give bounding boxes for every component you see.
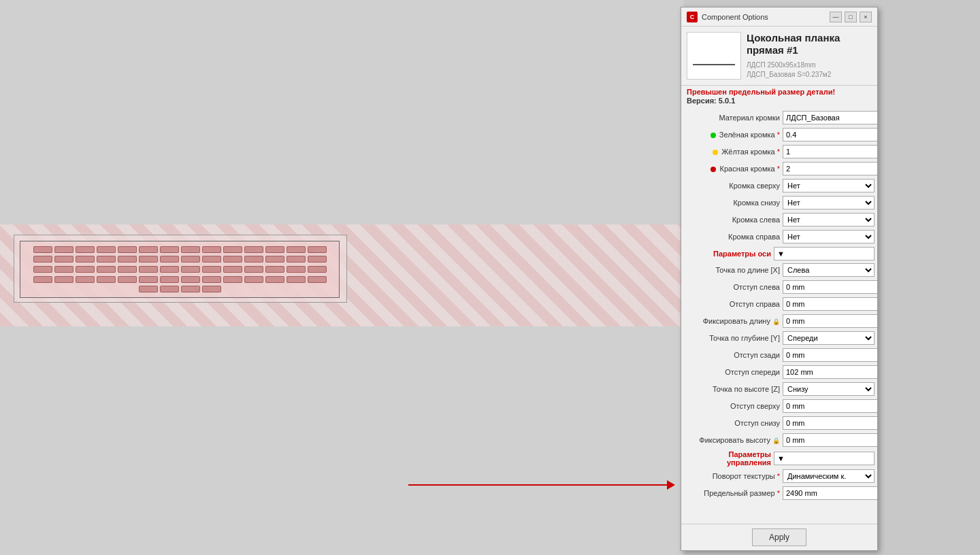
warning-text: Превышен предельный размер детали!: [681, 86, 877, 96]
vent-slot: [160, 276, 179, 283]
vent-slot: [181, 276, 200, 283]
form-scroll[interactable]: Материал кромки Зелёная кромка * Жёлтая …: [681, 107, 877, 524]
vent-slot: [54, 256, 74, 263]
otstup-sleva-label: Отступ слева: [684, 283, 783, 291]
vent-slot: [244, 266, 263, 273]
component-name: Цокольная планка прямая #1: [747, 32, 872, 56]
povorot-tekstury-select[interactable]: Динамическим к. 0° 90° 180° 270°: [783, 469, 875, 483]
tochka-dlina-select[interactable]: Слева Справа По центру: [783, 263, 875, 277]
material-kromki-input[interactable]: [783, 111, 877, 124]
fix-dlinu-input[interactable]: [783, 314, 877, 328]
tochka-vysote-select[interactable]: Снизу Сверху По центру: [783, 382, 875, 396]
kromka-sverhu-label: Кромка сверху: [684, 182, 783, 190]
tochka-glubine-row: Точка по глубине [Y] Спереди Сзади По це…: [684, 331, 875, 346]
tochka-vysote-label: Точка по высоте [Z]: [684, 385, 783, 393]
params-osi-label: Параметры оси: [684, 250, 774, 258]
povorot-tekstury-label: Поворот текстуры *: [684, 472, 783, 480]
otstup-szadi-label: Отступ сзади: [684, 351, 783, 359]
vent-slot: [118, 266, 137, 273]
arrow-head: [667, 480, 675, 490]
yellow-kromka-input[interactable]: [783, 145, 877, 158]
vent-slot: [33, 276, 52, 283]
close-button[interactable]: ×: [860, 12, 872, 22]
form-content: Материал кромки Зелёная кромка * Жёлтая …: [681, 107, 877, 505]
vent-slot: [202, 266, 221, 273]
vent-slot: [223, 256, 242, 263]
vent-slot: [308, 246, 327, 253]
green-kromka-input[interactable]: [783, 128, 877, 141]
yellow-kromka-row: Жёлтая кромка *: [684, 144, 875, 159]
vent-slot: [76, 256, 95, 263]
vent-slot: [139, 266, 158, 273]
vent-slot: [265, 276, 284, 283]
params-osi-input[interactable]: [774, 247, 875, 260]
kromka-sprava-label: Кромка справа: [684, 233, 783, 241]
vent-slot: [287, 266, 306, 273]
component-options-dialog: C Component Options — □ × Цокольная план…: [681, 7, 878, 551]
tochka-glubine-label: Точка по глубине [Y]: [684, 334, 783, 342]
otstup-specedi-input[interactable]: [783, 365, 877, 379]
red-kromka-row: Красная кромка *: [684, 161, 875, 176]
params-upravleniya-section: Параметры управления: [684, 450, 875, 467]
vent-slot: [223, 246, 242, 253]
plank-inner: [20, 241, 340, 298]
required-star: *: [777, 131, 780, 139]
dialog-titlebar: C Component Options — □ ×: [681, 7, 877, 27]
vent-slot: [202, 246, 221, 253]
otstup-szadi-input[interactable]: [783, 348, 877, 362]
fix-dlinu-label: Фиксировать длину: [684, 317, 783, 325]
vent-slot: [244, 276, 263, 283]
component-spec1: ЛДСП 2500x95x18mm: [747, 61, 872, 70]
predelniy-razmer-input[interactable]: [783, 486, 877, 500]
required-star5: *: [777, 489, 780, 497]
vent-slot: [181, 286, 200, 292]
kromka-snizu-label: Кромка снизу: [684, 199, 783, 207]
vent-slot: [139, 246, 158, 253]
params-upravleniya-input[interactable]: [774, 452, 875, 465]
otstup-snizu-label: Отступ снизу: [684, 419, 783, 427]
tochka-dlina-label: Точка по длине [X]: [684, 266, 783, 274]
component-header: Цокольная планка прямая #1 ЛДСП 2500x95x…: [681, 27, 877, 86]
tochka-glubine-select[interactable]: Спереди Сзади По центру: [783, 331, 875, 345]
restore-button[interactable]: □: [845, 12, 857, 22]
arrow-indicator: [408, 480, 675, 490]
predelniy-razmer-row: Предельный размер *: [684, 486, 875, 501]
vent-slot: [160, 286, 179, 292]
dialog-title-left: C Component Options: [687, 12, 768, 22]
params-upravleniya-label: Параметры управления: [684, 450, 774, 467]
otstup-snizu-input[interactable]: [783, 416, 877, 430]
vent-slot: [97, 266, 116, 273]
vent-slot: [265, 256, 284, 263]
kromka-sleva-label: Кромка слева: [684, 216, 783, 224]
green-dot: [710, 133, 716, 138]
vent-slot: [202, 276, 221, 283]
dialog-controls[interactable]: — □ ×: [830, 12, 872, 22]
otstup-sprava-label: Отступ справа: [684, 300, 783, 308]
component-thumbnail: [687, 32, 741, 80]
vent-slot: [54, 276, 74, 283]
vent-slot: [33, 266, 52, 273]
kromka-sverhu-select[interactable]: Нет Зелёная Жёлтая Красная: [783, 179, 875, 192]
apply-button[interactable]: Apply: [752, 528, 806, 546]
otstup-sprava-input[interactable]: [783, 297, 877, 311]
otstup-sleva-input[interactable]: [783, 280, 877, 294]
kromka-snizu-row: Кромка снизу Нет Зелёная Жёлтая Красная: [684, 195, 875, 210]
otstup-sverhu-input[interactable]: [783, 399, 877, 413]
vent-slot: [308, 266, 327, 273]
kromka-sprava-select[interactable]: Нет Зелёная Жёлтая Красная: [783, 230, 875, 243]
vent-slot: [223, 276, 242, 283]
app-icon: C: [687, 12, 698, 22]
red-kromka-input[interactable]: [783, 162, 877, 175]
kromka-sleva-select[interactable]: Нет Зелёная Жёлтая Красная: [783, 213, 875, 226]
minimize-button[interactable]: —: [830, 12, 842, 22]
otstup-specedi-row: Отступ спереди: [684, 365, 875, 380]
params-osi-section: Параметры оси: [684, 247, 875, 260]
thumbnail-line: [693, 64, 735, 65]
tochka-dlina-row: Точка по длине [X] Слева Справа По центр…: [684, 263, 875, 278]
kromka-snizu-select[interactable]: Нет Зелёная Жёлтая Красная: [783, 196, 875, 209]
material-kromki-label: Материал кромки: [684, 114, 783, 122]
kromka-sprava-row: Кромка справа Нет Зелёная Жёлтая Красная: [684, 229, 875, 244]
fix-vysotu-input[interactable]: [783, 433, 877, 447]
vent-slot: [139, 286, 158, 292]
yellow-kromka-label: Жёлтая кромка *: [684, 148, 783, 156]
